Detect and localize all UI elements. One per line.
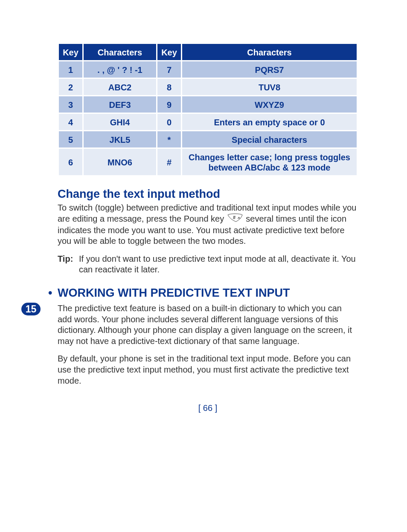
cell-chars: ABC2 [84, 79, 156, 95]
pound-key-icon: # [227, 214, 243, 225]
cell-chars: DEF3 [84, 96, 156, 113]
cell-chars: GHI4 [84, 114, 156, 130]
cell-chars: Special characters [182, 131, 357, 147]
cell-key: 9 [157, 96, 181, 113]
subheading-change-input: Change the text input method [58, 188, 358, 201]
tip-label: Tip: [58, 254, 79, 275]
cell-key: 4 [59, 114, 82, 130]
cell-chars: PQRS7 [182, 61, 357, 78]
cell-chars: . , @ ' ? ! -1 [84, 61, 156, 78]
page-number: [ 66 ] [58, 403, 358, 413]
svg-text:#: # [233, 215, 235, 220]
key-characters-table: Key Characters Key Characters 1 . , @ ' … [58, 43, 358, 176]
cell-key: # [157, 149, 181, 175]
cell-key: 8 [157, 79, 181, 95]
col-header-chars-right: Characters [182, 44, 357, 60]
cell-key: 5 [59, 131, 82, 147]
table-row: 2 ABC2 8 TUV8 [59, 79, 357, 95]
table-row: 3 DEF3 9 WXYZ9 [59, 96, 357, 113]
paragraph: The predictive text feature is based on … [58, 303, 358, 347]
cell-chars: JKL5 [84, 131, 156, 147]
cell-key: 1 [59, 61, 82, 78]
table-row: 1 . , @ ' ? ! -1 7 PQRS7 [59, 61, 357, 78]
cell-chars: TUV8 [182, 79, 357, 95]
table-row: 5 JKL5 * Special characters [59, 131, 357, 147]
tip-block: Tip: If you don't want to use predictive… [58, 254, 358, 275]
cell-key: 2 [59, 79, 82, 95]
cell-chars: WXYZ9 [182, 96, 357, 113]
cell-key: 6 [59, 149, 82, 175]
paragraph: By default, your phone is set in the tra… [58, 353, 358, 386]
manual-page: 15 Key Characters Key Characters 1 . , @… [0, 0, 407, 512]
col-header-chars-left: Characters [84, 44, 156, 60]
cell-chars: Changes letter case; long press toggles … [182, 149, 357, 175]
table-row: 4 GHI4 0 Enters an empty space or 0 [59, 114, 357, 130]
paragraph: To switch (toggle) between predictive an… [58, 202, 358, 247]
section-heading-predictive: WORKING WITH PREDICTIVE TEXT INPUT [58, 286, 358, 300]
col-header-key-left: Key [59, 44, 82, 60]
cell-key: 7 [157, 61, 181, 78]
cell-key: 3 [59, 96, 82, 113]
tip-text: If you don't want to use predictive text… [79, 254, 358, 275]
table-row: 6 MNO6 # Changes letter case; long press… [59, 149, 357, 175]
cell-key: 0 [157, 114, 181, 130]
chapter-tab: 15 [21, 303, 41, 315]
cell-key: * [157, 131, 181, 147]
cell-chars: Enters an empty space or 0 [182, 114, 357, 130]
cell-chars: MNO6 [84, 149, 156, 175]
col-header-key-right: Key [157, 44, 181, 60]
